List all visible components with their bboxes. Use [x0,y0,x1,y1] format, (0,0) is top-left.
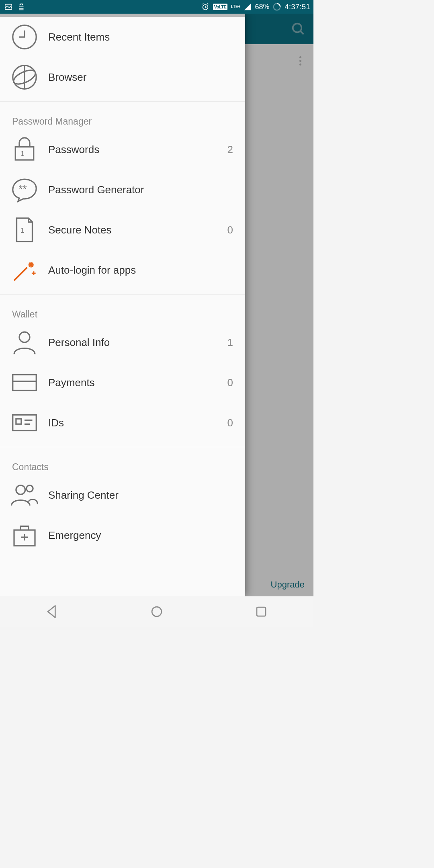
svg-point-1 [20,4,20,5]
sidebar-item-autologin[interactable]: Auto-login for apps [0,250,245,290]
section-header: Wallet [0,295,245,322]
sidebar-item-ids[interactable]: IDs 0 [0,403,245,443]
svg-point-2 [22,4,23,5]
clock-icon [9,21,40,53]
briefcase-icon [9,520,40,551]
svg-rect-9 [15,147,34,160]
sidebar-item-password-generator[interactable]: ** Password Generator [0,170,245,210]
svg-point-18 [27,485,33,492]
card-icon [9,367,40,398]
svg-rect-16 [16,419,21,424]
status-bar: VoLTE LTE+ 68% 4:37:51 [0,0,313,14]
battery-text: 68% [255,3,269,11]
speech-asterisk-icon: ** [9,174,40,205]
recents-button[interactable] [252,603,270,620]
home-button[interactable] [148,603,166,620]
clock-text: 4:37:51 [285,3,310,11]
svg-text:**: ** [18,183,27,195]
sidebar-item-sharing-center[interactable]: Sharing Center [0,475,245,515]
id-icon [9,407,40,438]
sidebar-item-label: Recent Items [40,31,235,43]
sidebar-item-label: Secure Notes [40,224,227,236]
sidebar-item-passwords[interactable]: 1 Passwords 2 [0,129,245,170]
sidebar-item-browser[interactable]: Browser [0,57,245,97]
svg-point-13 [19,332,30,342]
drawer-section-top: Recent Items Browser [0,17,245,101]
sidebar-item-count: 2 [227,143,235,156]
magic-wand-icon [9,254,40,286]
sidebar-item-label: Payments [40,377,227,389]
globe-icon [9,61,40,93]
lock-icon: 1 [9,134,40,165]
sidebar-item-label: Sharing Center [40,489,235,502]
sidebar-item-count: 0 [227,377,235,389]
signal-icon [244,3,252,11]
system-nav-bar [0,596,313,627]
drawer-section-wallet: Wallet Personal Info 1 Payments 0 IDs [0,294,245,447]
picture-icon [4,2,13,11]
svg-text:1: 1 [20,227,24,234]
section-header: Password Manager [0,102,245,129]
sidebar-item-secure-notes[interactable]: 1 Secure Notes 0 [0,210,245,250]
sidebar-item-label: Passwords [40,143,227,156]
sidebar-item-count: 0 [227,417,235,429]
svg-rect-14 [13,375,37,391]
section-header: Contacts [0,447,245,475]
lte-indicator: LTE+ [231,5,240,9]
svg-rect-21 [257,607,266,616]
volte-badge: VoLTE [213,4,228,10]
svg-point-20 [152,607,162,616]
sidebar-item-label: Emergency [40,529,235,542]
usb-debug-icon [17,2,26,11]
drawer-section-contacts: Contacts Sharing Center Emergency [0,447,245,559]
sidebar-item-label: Browser [40,71,235,84]
person-icon [9,327,40,358]
sidebar-item-label: Personal Info [40,336,227,349]
sidebar-item-recent[interactable]: Recent Items [0,17,245,57]
sidebar-item-emergency[interactable]: Emergency [0,515,245,555]
sidebar-item-label: Auto-login for apps [40,264,235,276]
battery-ring-icon [272,2,281,11]
sidebar-item-personal-info[interactable]: Personal Info 1 [0,322,245,362]
navigation-drawer: Recent Items Browser Password Manager 1 … [0,14,245,596]
drawer-top-strip [0,14,245,17]
svg-text:1: 1 [20,150,24,157]
people-icon [9,479,40,511]
alarm-icon [201,2,210,11]
sidebar-item-count: 0 [227,224,235,236]
back-button[interactable] [43,603,61,620]
sidebar-item-payments[interactable]: Payments 0 [0,362,245,403]
svg-point-17 [16,485,25,495]
drawer-section-password-manager: Password Manager 1 Passwords 2 ** Passwo… [0,101,245,294]
sidebar-item-label: IDs [40,417,227,429]
note-icon: 1 [9,214,40,246]
sidebar-item-label: Password Generator [40,184,235,196]
sidebar-item-count: 1 [227,336,235,349]
